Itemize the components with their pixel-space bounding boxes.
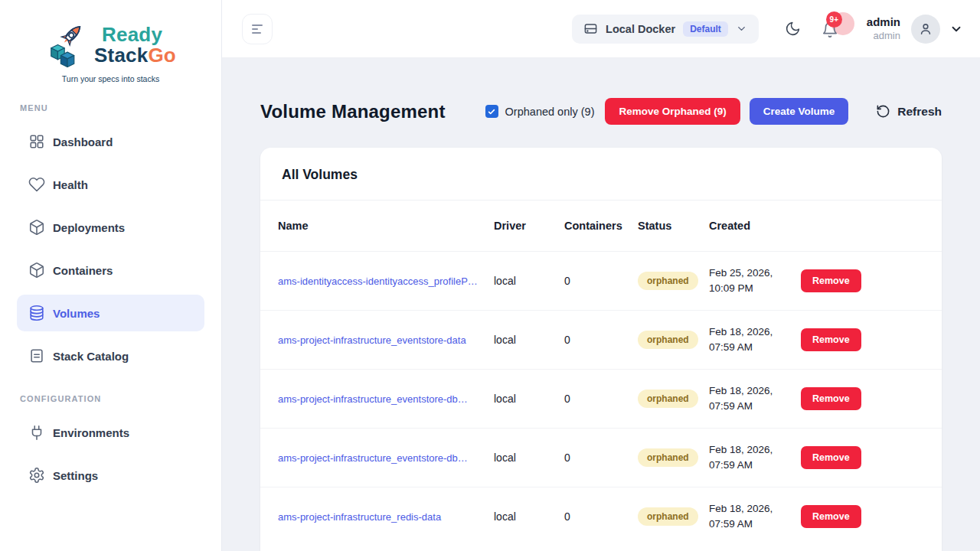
remove-orphaned-button[interactable]: Remove Orphaned (9)	[605, 98, 740, 125]
sidebar-item-label: Health	[53, 178, 88, 191]
environment-default-badge: Default	[683, 21, 728, 37]
refresh-icon	[876, 104, 890, 119]
remove-volume-button[interactable]: Remove	[801, 328, 861, 351]
table-row: ams-project-infrastructure_eventstore-db…	[260, 428, 942, 487]
volume-driver: local	[494, 510, 564, 523]
dark-mode-toggle[interactable]	[785, 21, 801, 37]
volume-driver: local	[494, 452, 564, 464]
column-header-containers: Containers	[564, 220, 638, 232]
check-icon	[487, 107, 496, 116]
created-time-line: 07:59 AM	[709, 340, 801, 355]
sidebar-section-menu: MENU	[20, 103, 221, 112]
plug-icon	[28, 423, 46, 442]
volume-containers: 0	[564, 452, 638, 464]
user-name: admin	[867, 15, 900, 30]
environment-name: Local Docker	[606, 23, 675, 35]
avatar[interactable]	[911, 15, 940, 44]
user-info: admin admin	[867, 15, 900, 42]
volume-created: Feb 18, 2026, 07:59 AM	[709, 501, 801, 532]
gear-icon	[28, 466, 46, 484]
dashboard-icon	[28, 132, 46, 151]
topbar: Local Docker Default 9+ admin admin	[222, 0, 980, 58]
sidebar-toggle-button[interactable]	[242, 14, 273, 44]
main-area: Local Docker Default 9+ admin admin Vol	[222, 0, 980, 551]
document-icon	[28, 347, 46, 365]
notifications-button[interactable]: 9+	[819, 11, 854, 47]
volume-name-link[interactable]: ams-project-infrastructure_eventstore-db…	[278, 452, 494, 464]
hamburger-icon	[250, 24, 264, 34]
created-date-line: Feb 18, 2026,	[709, 442, 801, 458]
orphaned-only-label: Orphaned only (9)	[505, 106, 595, 118]
refresh-button[interactable]: Refresh	[876, 104, 942, 119]
chevron-down-icon	[736, 23, 747, 34]
created-date-line: Feb 18, 2026,	[709, 501, 801, 517]
brand-logo: ReadyStackGo Turn your specs into stacks	[0, 0, 221, 83]
volume-driver: local	[494, 334, 564, 346]
remove-volume-button[interactable]: Remove	[801, 505, 861, 528]
volume-driver: local	[494, 275, 564, 287]
table-header-row: Name Driver Containers Status Created	[260, 201, 942, 251]
sidebar-item-dashboard[interactable]: Dashboard	[17, 123, 204, 160]
remove-volume-button[interactable]: Remove	[801, 269, 861, 292]
sidebar-item-health[interactable]: Health	[17, 166, 204, 203]
sidebar-item-stack-catalog[interactable]: Stack Catalog	[17, 337, 204, 374]
created-time-line: 07:59 AM	[709, 458, 801, 473]
orphaned-only-filter[interactable]: Orphaned only (9)	[485, 105, 595, 118]
sidebar-item-containers[interactable]: Containers	[17, 252, 204, 289]
created-time-line: 07:59 AM	[709, 399, 801, 414]
brand-wordmark: ReadyStackGo	[94, 24, 176, 65]
brand-tagline: Turn your specs into stacks	[62, 74, 159, 83]
volume-name-link[interactable]: ams-project-infrastructure_eventstore-db…	[278, 393, 494, 405]
volume-created: Feb 18, 2026, 07:59 AM	[709, 383, 801, 414]
sidebar-item-label: Environments	[53, 426, 129, 439]
sidebar-item-deployments[interactable]: Deployments	[17, 209, 204, 246]
database-icon	[28, 304, 46, 322]
sidebar-item-label: Dashboard	[53, 135, 113, 148]
volume-created: Feb 18, 2026, 07:59 AM	[709, 324, 801, 355]
status-badge: orphaned	[638, 390, 698, 408]
orphaned-only-checkbox[interactable]	[485, 105, 498, 118]
column-header-status: Status	[638, 220, 709, 232]
sidebar-item-label: Containers	[53, 264, 113, 277]
page-title: Volume Management	[260, 101, 446, 122]
volume-driver: local	[494, 393, 564, 405]
cube-icon	[28, 261, 46, 279]
status-badge: orphaned	[638, 331, 698, 349]
table-row: ams-identityaccess-identityaccess_profil…	[260, 251, 942, 310]
person-icon	[918, 21, 933, 37]
volume-name-link[interactable]: ams-project-infrastructure_eventstore-da…	[278, 334, 494, 346]
volume-containers: 0	[564, 275, 638, 287]
volume-created: Feb 25, 2026, 10:09 PM	[709, 266, 801, 296]
sidebar-item-label: Stack Catalog	[53, 350, 129, 363]
chevron-down-icon	[949, 22, 963, 36]
volume-containers: 0	[564, 393, 638, 405]
created-date-line: Feb 18, 2026,	[709, 324, 801, 340]
remove-volume-button[interactable]: Remove	[801, 387, 861, 410]
sidebar-item-label: Settings	[53, 469, 98, 482]
volume-created: Feb 18, 2026, 07:59 AM	[709, 442, 801, 473]
status-badge: orphaned	[638, 507, 698, 526]
column-header-name: Name	[278, 220, 494, 232]
content: Volume Management Orphaned only (9) Remo…	[222, 58, 980, 551]
sidebar-item-settings[interactable]: Settings	[17, 457, 204, 494]
rocket-stack-logo-icon	[45, 20, 93, 70]
environment-selector[interactable]: Local Docker Default	[572, 15, 759, 44]
moon-icon	[785, 21, 801, 37]
user-menu-chevron[interactable]	[949, 22, 963, 36]
created-time-line: 10:09 PM	[709, 281, 801, 296]
sidebar-item-volumes[interactable]: Volumes	[17, 295, 204, 331]
sidebar: ReadyStackGo Turn your specs into stacks…	[0, 0, 222, 551]
notification-count-badge: 9+	[826, 11, 842, 28]
created-date-line: Feb 25, 2026,	[709, 266, 801, 281]
volume-name-link[interactable]: ams-project-infrastructure_redis-data	[278, 511, 494, 523]
volume-containers: 0	[564, 334, 638, 346]
remove-volume-button[interactable]: Remove	[801, 446, 861, 469]
table-row: ams-project-infrastructure_eventstore-da…	[260, 310, 942, 369]
sidebar-item-label: Volumes	[53, 307, 100, 320]
volume-name-link[interactable]: ams-identityaccess-identityaccess_profil…	[278, 276, 494, 287]
server-icon	[583, 21, 598, 36]
sidebar-section-configuration: CONFIGURATION	[20, 394, 221, 403]
cube-icon	[28, 218, 46, 236]
create-volume-button[interactable]: Create Volume	[750, 98, 849, 125]
sidebar-item-environments[interactable]: Environments	[17, 414, 204, 451]
